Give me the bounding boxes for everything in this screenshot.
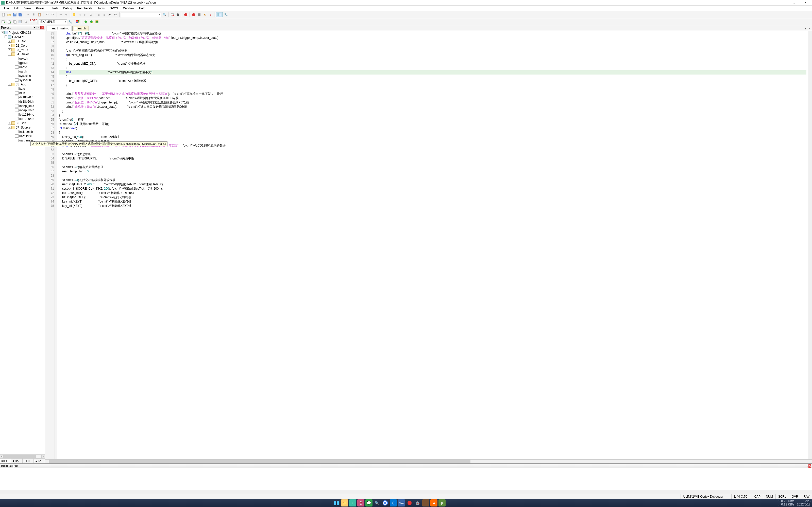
code-line[interactable]: lcd12864_show((uint_8*)buf); "c-cmt">//L… bbox=[59, 40, 806, 44]
tree-folder-02_Core[interactable]: +02_Core bbox=[0, 43, 45, 48]
code-line[interactable]: { bbox=[59, 57, 806, 62]
scroll-thumb[interactable] bbox=[4, 455, 36, 458]
taskbar-brown-app-icon[interactable] bbox=[422, 499, 429, 506]
editor-vscrollbar[interactable] bbox=[808, 31, 812, 459]
code-line[interactable]: lcd12864_init(); "c-cmt">//初始化LCD12864 bbox=[59, 191, 806, 195]
code-line[interactable]: "c-cmt">//(1)声明主函数使用的变量 bbox=[59, 139, 806, 144]
tab-functions[interactable]: {} Fu... bbox=[22, 459, 34, 463]
code-line[interactable]: key_init(KEY1); "c-cmt">//初始化KEY1键 bbox=[59, 200, 806, 204]
code-line[interactable]: } bbox=[59, 109, 806, 113]
menu-peripherals[interactable]: Peripherals bbox=[74, 6, 95, 11]
nav-back-button[interactable]: ⇦ bbox=[58, 12, 63, 17]
code-line[interactable]: key_init(KEY2); "c-cmt">//初始化KEY2键 bbox=[59, 204, 806, 208]
save-button[interactable] bbox=[12, 12, 17, 17]
target-select-combo[interactable]: EXAMPLE bbox=[39, 19, 67, 24]
debug-session-button[interactable] bbox=[170, 12, 175, 17]
save-all-button[interactable] bbox=[18, 12, 23, 17]
translate-button[interactable] bbox=[1, 19, 6, 24]
comment-button[interactable]: //≡ bbox=[107, 12, 112, 17]
project-tree[interactable]: −Project: KEA128−EXAMPLE+01_Doc+02_Core+… bbox=[0, 30, 45, 454]
configure-button[interactable]: 🔧 bbox=[223, 12, 229, 17]
code-line[interactable]: bz_control(BZ_ON); "c-cmt">//打开蜂鸣器 bbox=[59, 62, 806, 66]
code-line[interactable]: printf("蜂鸣器：%s\n\n",buzzer_state); "c-cm… bbox=[59, 105, 806, 109]
code-line[interactable]: if(buzzer_flag == 1) "c-cmt">//如果蜂鸣器标志位为… bbox=[59, 53, 806, 57]
nav-forward-button[interactable]: ⇨ bbox=[64, 12, 69, 17]
menu-help[interactable]: Help bbox=[137, 6, 148, 11]
indent-button[interactable]: ≡ bbox=[96, 12, 101, 17]
taskbar-music-icon[interactable]: ♪ bbox=[349, 499, 356, 506]
taskbar-jflash-icon[interactable]: Flash bbox=[398, 499, 405, 506]
taskbar-wechat-icon[interactable]: 💬 bbox=[365, 499, 372, 506]
taskbar-uvision-icon[interactable]: µ bbox=[439, 499, 446, 506]
expand-toggle[interactable]: − bbox=[8, 83, 11, 86]
tree-file-lcd12864-h[interactable]: lcd12864.h bbox=[0, 117, 45, 121]
build-output-body[interactable] bbox=[0, 468, 812, 490]
expand-toggle[interactable]: + bbox=[8, 48, 11, 51]
tree-file-uart-h[interactable]: uart.h bbox=[0, 69, 45, 73]
paste-button[interactable]: 📋 bbox=[37, 12, 42, 17]
minimize-button[interactable]: — bbox=[776, 0, 788, 5]
tree-file-gpio-h[interactable]: gpio.h bbox=[0, 56, 45, 61]
tree-folder-06_Soft[interactable]: +06_Soft bbox=[0, 121, 45, 125]
scroll-left-button[interactable]: ◂ bbox=[0, 455, 4, 458]
tree-hscrollbar[interactable]: ◂ ▸ bbox=[0, 454, 45, 458]
expand-toggle[interactable]: + bbox=[8, 40, 11, 43]
manage-rte-button[interactable] bbox=[83, 19, 88, 24]
target-options-button[interactable]: 🔧 bbox=[67, 19, 72, 24]
taskbar-chrome-icon[interactable] bbox=[382, 499, 389, 506]
panel-pin-button[interactable]: ▫ bbox=[37, 26, 40, 30]
panel-close-button[interactable]: ✕ bbox=[808, 464, 811, 468]
build-output-hscrollbar[interactable] bbox=[0, 490, 812, 494]
tree-file-indep_kb-h[interactable]: indep_kb.h bbox=[0, 108, 45, 112]
code-line[interactable]: { bbox=[59, 130, 806, 135]
tab-dropdown-button[interactable]: ▾ bbox=[804, 27, 807, 31]
code-line[interactable] bbox=[59, 148, 806, 152]
taskbar-tray[interactable]: ↑: 0.22 KB/s ↓: 0.12 KB/s 17:25 2022/6/1… bbox=[778, 500, 810, 506]
taskbar-vscode-icon[interactable]: ⟨⟩ bbox=[390, 499, 397, 506]
code-line[interactable] bbox=[59, 174, 806, 178]
bookmark-prev-button[interactable]: ◂ bbox=[77, 12, 82, 17]
tree-file-includes-h[interactable]: includes.h bbox=[0, 129, 45, 134]
code-line[interactable]: else "c-cmt">//如果蜂鸣器标志位不为1 bbox=[59, 70, 806, 74]
start-debug-button[interactable] bbox=[183, 12, 188, 17]
code-line[interactable]: Delay_ms(500); "c-cmt">//延时 bbox=[59, 135, 806, 139]
outdent-button[interactable]: ≡ bbox=[102, 12, 107, 17]
tab-project[interactable]: ▦ Pr... bbox=[0, 459, 11, 463]
code-line[interactable] bbox=[59, 161, 806, 165]
stop-button[interactable] bbox=[197, 12, 202, 17]
expand-toggle[interactable]: − bbox=[5, 36, 7, 38]
tree-file-uart_isr-c[interactable]: uart_isr.c bbox=[0, 134, 45, 138]
maximize-button[interactable]: ▢ bbox=[788, 0, 799, 5]
code-line[interactable]: bz_init(BZ_OFF); "c-cmt">//初始化蜂鸣器 bbox=[59, 195, 806, 200]
scroll-thumb[interactable] bbox=[49, 460, 470, 463]
code-line[interactable]: read_temp_flag = 0; bbox=[59, 169, 806, 174]
tree-folder-07_Source[interactable]: −07_Source bbox=[0, 125, 45, 129]
menu-flash[interactable]: Flash bbox=[48, 6, 60, 11]
bookmark-clear-button[interactable]: ⊘ bbox=[88, 12, 93, 17]
taskbar-app-icon[interactable]: 🍷 bbox=[357, 499, 364, 506]
download-button[interactable]: LOAD↓↓ bbox=[31, 19, 36, 24]
code-line[interactable]: { bbox=[59, 74, 806, 79]
code-line[interactable]: } bbox=[59, 83, 806, 88]
code-line[interactable]: sprintf(buf,"某某某课程设计 温度值：%s℃ 触发值：%d℃ 蜂鸣器… bbox=[59, 36, 806, 40]
tab-templates[interactable]: 0▸ Te... bbox=[34, 459, 45, 463]
reset-button[interactable]: ⟲ bbox=[202, 12, 207, 17]
tree-file-uart-c[interactable]: uart.c bbox=[0, 65, 45, 69]
redo-button[interactable]: ↷ bbox=[50, 12, 55, 17]
editor-tab-uart-main[interactable]: uart_main.c bbox=[46, 25, 72, 31]
panel-close-button[interactable]: ✕ bbox=[40, 26, 44, 30]
stop-build-button[interactable]: ⊘ bbox=[23, 19, 29, 24]
tree-folder-04_Driver[interactable]: −04_Driver bbox=[0, 52, 45, 56]
code-line[interactable] bbox=[59, 88, 806, 92]
expand-toggle[interactable]: − bbox=[8, 126, 11, 129]
run-button[interactable] bbox=[191, 12, 196, 17]
expand-toggle[interactable]: − bbox=[1, 31, 4, 34]
code-line[interactable]: uart_init(UART_2,9600); "c-cmt">//初始化UAR… bbox=[59, 182, 806, 186]
open-file-button[interactable] bbox=[7, 12, 12, 17]
editor-tab-uart-h[interactable]: uart.h bbox=[72, 25, 89, 31]
menu-project[interactable]: Project bbox=[34, 6, 48, 11]
tree-file-systick-h[interactable]: systick.h bbox=[0, 78, 45, 82]
new-file-button[interactable] bbox=[1, 12, 6, 17]
code-line[interactable]: } bbox=[59, 66, 806, 70]
build-button[interactable] bbox=[7, 19, 12, 24]
